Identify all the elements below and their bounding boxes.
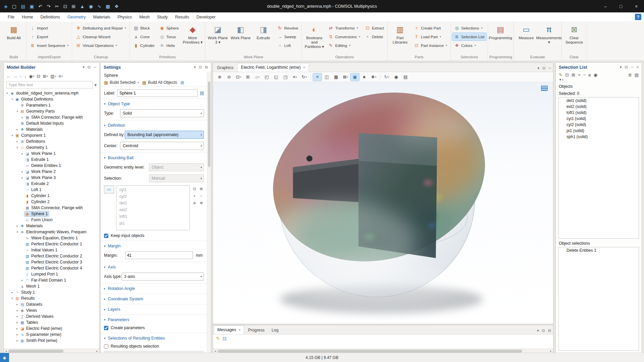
object-type-section-header[interactable]: ▾ Object Type [101, 99, 207, 108]
tree-item-work-plane-2[interactable]: ▸◪Work Plane 2 [4, 169, 99, 175]
go-back-button[interactable]: ← [6, 74, 11, 78]
sphere-button[interactable]: ◉Sphere [157, 24, 181, 32]
build-selected-button[interactable]: ▦ Build Selected ▾ [104, 80, 139, 85]
statusbar-app-button[interactable]: ◈ [0, 353, 9, 362]
activate-selection-button[interactable]: ▭ [104, 185, 114, 193]
block-button[interactable]: ▧Block [131, 24, 157, 32]
center-select[interactable]: Centroid ▾ [120, 142, 204, 150]
work-plane-3-button[interactable]: ◪Work Plane 3 ▾ [207, 23, 229, 54]
tree-item-sma-connector-flange-with[interactable]: ▦SMA Connector, Flange with [4, 205, 99, 211]
minimize-button[interactable]: – [598, 0, 613, 12]
section-coordinate-system[interactable]: ▸Coordinate System [101, 294, 207, 303]
tree-item-perfect-electric-conductor-4[interactable]: ▥Perfect Electric Conductor 4 [4, 265, 99, 271]
tree-item-cylinder-2[interactable]: ▮Cylinder 2 [4, 199, 99, 205]
tree-item-initial-values-1[interactable]: ≈Initial Values 1 [4, 247, 99, 253]
add-selection-button[interactable]: + [192, 193, 197, 199]
tree-item-study-1[interactable]: ▸◔Study 1 [4, 289, 99, 295]
model-settings-button[interactable]: ≡▾ [59, 74, 63, 78]
programming-button[interactable]: ▤Programming [489, 23, 512, 54]
bounding-ball-object[interactable]: ext2 [116, 206, 190, 213]
extrude-button[interactable]: ◨Extrude [252, 23, 274, 54]
color-table-button[interactable]: ❖▾ [369, 73, 378, 81]
chevron-collapsed-icon[interactable]: ▸ [20, 279, 24, 282]
table-view-button[interactable]: ▦ [332, 73, 340, 81]
remove-selection-button[interactable]: − [199, 193, 204, 199]
panel-menu-button[interactable]: ▾ [83, 65, 85, 69]
create-part-button[interactable]: +Create Part [412, 24, 449, 32]
build-options-button[interactable]: ⊞ [180, 80, 184, 85]
chevron-collapsed-icon[interactable]: ▸ [15, 339, 19, 342]
export-button[interactable]: ↑Export [28, 33, 70, 41]
axis-section-header[interactable]: ▾ Axis [101, 262, 207, 271]
menu-results[interactable]: Results [171, 12, 193, 21]
section-rotation-angle[interactable]: ▸Rotation Angle [101, 284, 207, 293]
defeaturing-and-repair-button[interactable]: ❖Defeaturing and Repair▾ [73, 24, 128, 32]
move-up-button[interactable]: ↑ [20, 74, 22, 78]
extract-button[interactable]: ⊡Extract [363, 24, 386, 32]
zoom-extents-button[interactable]: ⊞ [244, 73, 252, 81]
hscroll-thumb[interactable] [218, 350, 522, 353]
chevron-expanded-icon[interactable]: ▾ [10, 98, 14, 101]
selection-list-button[interactable]: ≣Selection List [452, 33, 486, 41]
resulting-objects-checkbox[interactable] [104, 344, 108, 349]
tree-item-views[interactable]: ▸◉Views [4, 307, 99, 313]
close-tab-icon[interactable]: × [238, 328, 240, 332]
bounding-ball-object[interactable]: cyl2 [116, 193, 190, 200]
build-mesh-button[interactable]: ▲ [80, 4, 85, 9]
work-plane-button[interactable]: ◧Work Plane [229, 23, 252, 54]
tree-item-geometry-1[interactable]: ▾◇Geometry 1 [4, 144, 99, 150]
messages-tab-log[interactable]: Log [268, 326, 282, 334]
tree-item-far-field-domain-1[interactable]: ▸◠Far-Field Domain 1 [4, 277, 99, 283]
refresh-plot-button[interactable]: ↻▾ [300, 73, 309, 81]
defined-by-select[interactable]: Bounding ball (approximate) ▾ [125, 131, 204, 139]
tree-item-work-plane-3[interactable]: ▸◪Work Plane 3 [4, 175, 99, 181]
menu-study[interactable]: Study [153, 12, 171, 21]
view-xy-button[interactable]: ◰ [262, 73, 271, 81]
show-selection-button[interactable]: ▣ [351, 73, 359, 81]
tree-item-default-model-inputs[interactable]: ⊞Default Model Inputs [4, 120, 99, 126]
panel-menu-button[interactable]: ▾ [537, 329, 539, 333]
float-panel-button[interactable]: ⊡ [542, 66, 545, 70]
tree-item-sma-connector-flange-with[interactable]: ▸▦SMA Connector, Flange with [4, 114, 99, 120]
view-yz-button[interactable]: ◱ [272, 73, 280, 81]
revolve-button[interactable]: ↻Revolve [275, 24, 300, 32]
chevron-collapsed-icon[interactable]: ▸ [15, 309, 19, 312]
move-down-button[interactable]: ↓ [24, 74, 27, 78]
menu-developer[interactable]: Developer [193, 12, 219, 21]
tree-item-geometry-parts[interactable]: ▾▤Geometry Parts [4, 108, 99, 114]
filter-menu-button[interactable]: ▾ [94, 83, 97, 87]
chevron-collapsed-icon[interactable]: ▸ [15, 303, 19, 306]
new-file-button[interactable]: ▢ [12, 4, 16, 9]
scroll-right-button[interactable]: ▸ [95, 350, 99, 353]
chevron-expanded-icon[interactable]: ▾ [10, 297, 14, 300]
list-view-button[interactable]: ≣ [628, 73, 632, 77]
chevron-collapsed-icon[interactable]: ▸ [20, 170, 24, 173]
build-all-button[interactable]: ▦Build All [3, 23, 25, 54]
object-selection[interactable]: Delete Entities 1 [559, 247, 639, 253]
chevron-collapsed-icon[interactable]: ▸ [20, 116, 24, 119]
close-tab-icon[interactable]: × [303, 65, 305, 69]
scroll-left-button[interactable]: ◂ [213, 350, 218, 353]
float-panel-button[interactable]: ⊡ [199, 65, 202, 69]
margin-section-header[interactable]: ▾ Margin [101, 241, 207, 250]
selection-object[interactable]: loft1 (solid) [559, 110, 639, 116]
add-plot-button[interactable]: ∿ [97, 4, 101, 9]
booleans-and-partitions-button[interactable]: ◐Booleans and Partitions ▾ [303, 23, 325, 54]
messages-tab-progress[interactable]: Progress [245, 326, 268, 334]
pin-panel-button[interactable]: ⊟ [205, 65, 208, 69]
editing-button[interactable]: ✎Editing▾ [326, 42, 362, 49]
pin-panel-button[interactable]: ⊟ [548, 329, 551, 333]
margin-input[interactable] [125, 251, 193, 259]
graphics-tab-electric-field-logarithmic-emw[interactable]: Electric Field, Logarithmic (emw)× [237, 63, 309, 72]
delete-button[interactable]: ×Delete [363, 33, 386, 41]
keep-input-objects-checkbox[interactable] [104, 234, 108, 238]
part-libraries-button[interactable]: ▥Part Libraries [389, 23, 411, 54]
tree-item-cylinder-1[interactable]: ▮Cylinder 1 [4, 193, 99, 199]
colors-button[interactable]: ❖Colors▾ [452, 42, 486, 49]
copy-selection-button[interactable]: ⊡ [192, 186, 197, 192]
tree-item-loft-1[interactable]: ∩Loft 1 [4, 187, 99, 193]
selection-object[interactable]: del1 (solid) [559, 98, 639, 104]
maximize-button[interactable]: □ [613, 0, 629, 12]
chevron-collapsed-icon[interactable]: ▸ [10, 291, 14, 294]
zoom-in-button[interactable]: ⊕ [215, 73, 224, 81]
